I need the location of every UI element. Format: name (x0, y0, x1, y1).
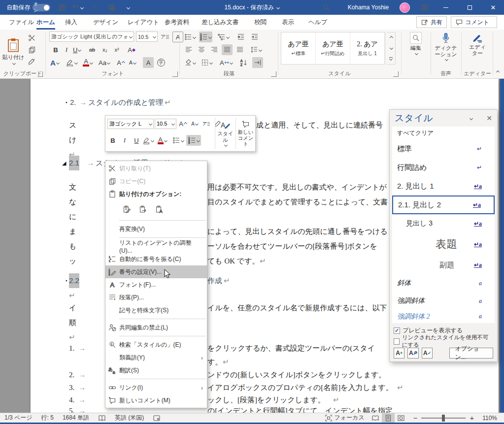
tab-references[interactable]: 参考資料 (163, 15, 191, 30)
strikethrough-button[interactable]: ab (87, 44, 98, 55)
page-indicator[interactable]: 1/3 ページ (0, 413, 37, 423)
mini-italic-button[interactable]: I (119, 135, 130, 146)
numbering-button[interactable]: 123 (199, 32, 212, 42)
mini-bullets-button[interactable] (170, 135, 185, 146)
style-inspector-button[interactable]: A🔎︎ (407, 348, 418, 359)
pane-close-icon[interactable]: ✕ (486, 114, 492, 122)
clear-formatting-button[interactable]: A◆ (126, 44, 137, 55)
word-count[interactable]: 1684 単語 (58, 413, 94, 423)
style-list-item[interactable]: 行間詰め↵ (392, 158, 495, 177)
qat-customize-button[interactable] (122, 0, 133, 15)
mini-numbering-button[interactable]: 123 (186, 135, 201, 146)
borders-button[interactable] (200, 57, 213, 68)
print-layout-button[interactable] (382, 413, 395, 423)
gallery-style-item[interactable]: あア亜↵標準 (281, 33, 316, 64)
user-avatar[interactable] (397, 0, 412, 15)
align-right-button[interactable] (209, 44, 220, 55)
share-button[interactable]: 共有 (416, 16, 447, 28)
context-menu-item[interactable]: 11自動的に番号を振る(C) (105, 253, 207, 265)
style-list-item[interactable]: 2.1. 見出し 2↵a (392, 196, 495, 214)
gallery-scroll-down-icon[interactable] (390, 46, 393, 50)
subscript-button[interactable]: x₂ (100, 44, 110, 55)
font-dialog-launcher[interactable] (172, 71, 178, 77)
mini-font-color-button[interactable]: A (155, 135, 169, 146)
mini-underline-button[interactable]: U (131, 135, 142, 146)
proofing-status-icon[interactable] (94, 413, 110, 423)
character-scaling-button[interactable]: A (219, 57, 234, 68)
collapse-ribbon-button[interactable] (496, 70, 500, 74)
styles-dialog-launcher[interactable] (393, 71, 399, 77)
context-menu-item[interactable]: 123番号の設定(V)... (105, 265, 207, 278)
enclose-characters-button[interactable]: 字 (156, 57, 167, 68)
italic-button[interactable]: I (61, 44, 72, 55)
ribbon-display-options-button[interactable] (416, 0, 433, 15)
increase-indent-button[interactable] (249, 32, 260, 42)
highlight-color-button[interactable] (65, 57, 78, 68)
clipboard-dialog-launcher[interactable] (37, 71, 43, 77)
gallery-style-item[interactable]: あア亜↵行間詰め (316, 33, 350, 64)
underline-button[interactable]: U (72, 44, 82, 55)
ruby-button[interactable]: ア (160, 32, 170, 42)
gallery-style-item[interactable]: 2. あア見出し 1 (350, 33, 385, 64)
mini-highlight-button[interactable] (143, 135, 154, 146)
change-case-button[interactable]: Aa (98, 57, 111, 68)
align-center-button[interactable] (196, 44, 207, 55)
sort-button[interactable]: AZ (238, 57, 249, 68)
style-list-item[interactable]: 表題↵a (392, 233, 495, 256)
context-menu-item[interactable]: 再変換(V) (105, 223, 207, 235)
shading-button[interactable] (183, 57, 197, 68)
line-indicator[interactable]: 行: 5 (37, 413, 58, 423)
minimize-button[interactable] (437, 0, 455, 15)
undo-button[interactable] (70, 0, 85, 15)
style-list-item[interactable]: 副題↵a (392, 256, 495, 274)
document-line[interactable]: ▪2.→スタイルの作成と管理↵ (31, 95, 499, 110)
mini-new-comment-button[interactable]: 新しい コメント (235, 118, 255, 149)
preview-checkbox[interactable]: ✓ (394, 327, 400, 334)
paste-button[interactable]: 貼り付け (2, 32, 25, 71)
context-menu-item[interactable]: 新しいコメント(M) (105, 394, 207, 407)
style-list-item[interactable]: 斜体a (392, 274, 495, 292)
web-layout-button[interactable] (395, 413, 407, 423)
context-menu-item[interactable]: 類義語(Y)› (105, 351, 207, 364)
tab-review[interactable]: 校閲 (252, 15, 269, 30)
gallery-scroll-up-icon[interactable] (390, 36, 393, 39)
context-menu-item[interactable]: あa翻訳(S) (105, 364, 207, 377)
grow-font-button[interactable]: A (115, 57, 126, 68)
zoom-slider[interactable] (421, 418, 466, 419)
context-menu-item[interactable]: 記号と特殊文字(S) (105, 304, 207, 317)
justify-button[interactable] (222, 44, 233, 55)
document-line[interactable]: 5.→の[インデントと行間幅]タブにて、インデント幅を指定 (31, 403, 499, 413)
close-button[interactable]: ✕ (484, 0, 503, 15)
focus-button[interactable]: フォーカス (320, 413, 369, 423)
tab-design[interactable]: デザイン (91, 15, 120, 30)
multilevel-list-button[interactable] (217, 32, 230, 42)
context-menu-item[interactable]: i検索「スタイルの」(E) (105, 338, 207, 351)
autosave-toggle[interactable]: オン (33, 0, 50, 15)
context-menu-item[interactable]: 段落(P)... (105, 291, 207, 304)
disable-linked-checkbox[interactable] (394, 338, 400, 345)
gallery-expand-icon[interactable] (389, 57, 393, 60)
style-list-item[interactable]: すべてクリア (392, 127, 495, 139)
font-color-button[interactable]: A (82, 57, 94, 68)
tab-layout[interactable]: レイアウト (126, 15, 161, 30)
style-list-item[interactable]: 標準↵ (392, 139, 495, 158)
distribute-button[interactable] (235, 44, 245, 55)
style-list-item[interactable]: 強調斜体a (392, 292, 495, 310)
zoom-percentage[interactable]: 110% (478, 413, 504, 423)
mini-font-size-combo[interactable]: 10.5 (155, 119, 176, 129)
paste-text-only-button[interactable]: A (153, 203, 166, 216)
dictation-button[interactable]: ディクテーション (433, 32, 459, 61)
mini-ruby-button[interactable]: ア (201, 118, 212, 129)
copy-button[interactable] (27, 44, 37, 55)
paste-keep-formatting-button[interactable] (120, 203, 133, 216)
character-shading-button[interactable]: A (143, 57, 154, 68)
maximize-button[interactable] (460, 0, 479, 15)
tab-help[interactable]: ヘルプ (306, 15, 329, 30)
comments-button[interactable]: コメント (451, 16, 497, 28)
tab-home[interactable]: ホーム (34, 15, 57, 30)
tab-insert[interactable]: 挿入 (63, 15, 79, 30)
style-list-item[interactable]: 2. 見出し 1↵a (392, 177, 495, 196)
tab-file[interactable]: ファイル (7, 15, 36, 30)
font-size-combo[interactable]: 10.5 (136, 32, 158, 42)
style-list-item[interactable]: 強調斜体 2a (392, 310, 495, 323)
